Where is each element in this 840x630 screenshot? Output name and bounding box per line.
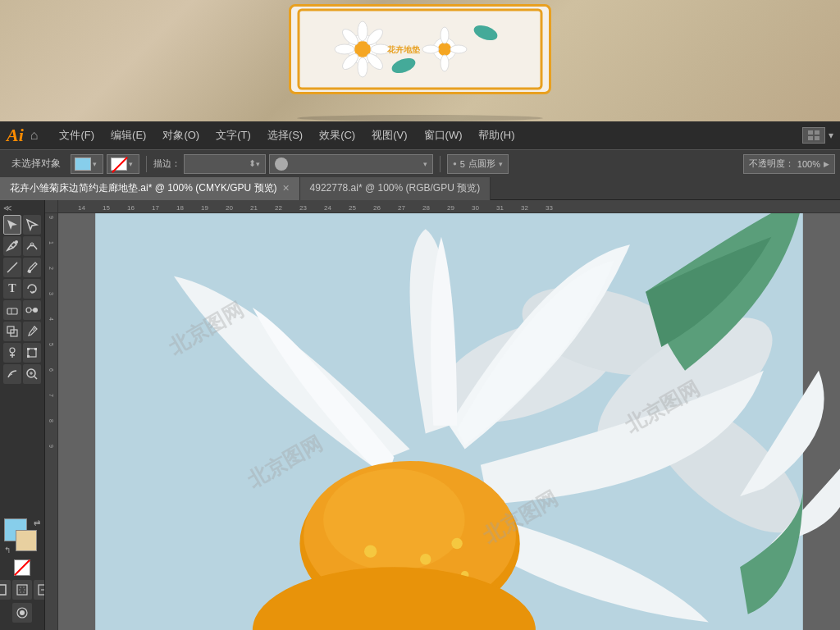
left-ruler: 9 1 2 3 4 5 6 7 8 9 — [45, 213, 58, 630]
blend-tool[interactable] — [23, 300, 41, 320]
eyedropper-tool[interactable] — [23, 322, 41, 341]
svg-point-33 — [10, 348, 15, 353]
svg-point-4 — [358, 21, 368, 41]
ruler-num-9 — [71, 212, 78, 212]
workspace-arrow[interactable]: ▾ — [829, 130, 833, 141]
svg-point-58 — [323, 469, 465, 572]
point-shape-arrow[interactable]: ▾ — [499, 160, 503, 168]
ruler-numbers: 14 15 16 17 18 19 20 21 22 23 24 25 26 2… — [58, 200, 570, 212]
menu-edit[interactable]: 编辑(E) — [103, 121, 154, 149]
tool-row-5 — [0, 299, 44, 321]
ruler-num-21: 21 — [250, 204, 275, 212]
rug-svg: 花卉地垫 — [297, 8, 543, 90]
paintbrush-tool[interactable] — [23, 258, 41, 277]
menu-window[interactable]: 窗口(W) — [416, 121, 471, 149]
curvature-tool[interactable] — [23, 236, 41, 256]
fill-swatch — [75, 158, 91, 171]
menu-help[interactable]: 帮助(H) — [470, 121, 523, 149]
stroke-dropdown[interactable]: ⬍ ▾ — [184, 154, 266, 174]
panel-collapse-arrow[interactable]: ≪ — [0, 203, 11, 212]
svg-point-62 — [451, 538, 462, 549]
pen-tool[interactable] — [3, 236, 21, 256]
screen-mode-btn[interactable] — [12, 603, 32, 623]
point-shape: 点圆形 — [468, 158, 495, 170]
svg-rect-38 — [34, 348, 37, 350]
draw-inside-btn[interactable] — [12, 580, 32, 600]
ruler-num-20: 20 — [226, 204, 250, 212]
canvas-content[interactable]: 北京图网 北京图网 北京图网 北京图网 — [58, 213, 840, 630]
reset-colors-icon[interactable]: ↰ — [4, 546, 11, 555]
ruler-num-14: 14 — [78, 204, 103, 212]
main-area: ≪ — [0, 200, 840, 630]
ruler-num-v-2: 2 — [47, 266, 56, 278]
tool-row-4: T — [0, 278, 44, 299]
draw-behind-btn[interactable] — [34, 580, 45, 600]
eraser-tool[interactable] — [3, 300, 21, 320]
stroke-label: 描边： — [153, 158, 180, 170]
type-icon: T — [8, 282, 16, 295]
draw-mode-row — [0, 579, 45, 600]
tool-row-1 — [0, 214, 44, 235]
shape-builder-tool[interactable] — [3, 322, 21, 341]
svg-point-21 — [15, 240, 18, 244]
stroke-swatch-control[interactable]: ▾ — [107, 154, 139, 174]
workspace-switcher[interactable] — [802, 127, 825, 144]
select-tool[interactable] — [3, 215, 21, 235]
stroke-swatch — [111, 158, 127, 171]
menu-effect[interactable]: 效果(C) — [311, 121, 363, 149]
menu-file[interactable]: 文件(F) — [51, 121, 103, 149]
svg-point-28 — [33, 308, 38, 313]
background-color-swatch[interactable] — [16, 530, 37, 551]
svg-point-27 — [26, 308, 31, 313]
tab-active[interactable]: 花卉小雏菊床边简约走廊地垫.ai* @ 100% (CMYK/GPU 预览) ✕ — [0, 177, 300, 200]
bottom-tools — [0, 579, 45, 627]
svg-point-6 — [335, 44, 354, 54]
screen-mode-row — [0, 602, 45, 623]
ruler-num-15: 15 — [103, 204, 127, 212]
svg-line-42 — [34, 377, 37, 379]
warp-tool[interactable] — [3, 364, 21, 384]
svg-point-14 — [441, 27, 449, 43]
ai-logo: Ai — [7, 125, 24, 146]
svg-rect-25 — [7, 308, 17, 314]
tab-active-close[interactable]: ✕ — [282, 183, 290, 194]
ruler-num-v-7: 7 — [47, 393, 56, 405]
line-tool[interactable] — [3, 258, 21, 277]
tab-secondary[interactable]: 4922778.ai* @ 100% (RGB/GPU 预览) — [300, 177, 491, 200]
ruler-num-v-3: 3 — [47, 291, 56, 304]
svg-text:花卉地垫: 花卉地垫 — [386, 45, 421, 54]
direct-select-tool[interactable] — [23, 215, 41, 235]
more-options-icon[interactable]: ▶ — [824, 160, 829, 168]
draw-normal-btn[interactable] — [0, 580, 11, 600]
ruler-num-26: 26 — [373, 204, 398, 212]
tool-row-7 — [0, 342, 44, 363]
none-color-btn[interactable] — [14, 559, 30, 576]
type-tool[interactable]: T — [3, 279, 21, 299]
free-transform-tool[interactable] — [23, 343, 41, 363]
ruler-num-v-8: 8 — [47, 418, 56, 431]
opacity-control: 不透明度： 100% ▶ — [743, 154, 835, 174]
svg-rect-45 — [0, 585, 6, 595]
ruler-num-31: 31 — [496, 204, 521, 212]
brush-dropdown-arrow: ▾ — [423, 160, 427, 168]
svg-point-50 — [20, 610, 25, 615]
brush-dot — [275, 158, 288, 171]
menu-view[interactable]: 视图(V) — [363, 121, 415, 149]
menu-type[interactable]: 文字(T) — [208, 121, 259, 149]
menu-object[interactable]: 对象(O) — [154, 121, 208, 149]
rotate-tool[interactable] — [23, 279, 41, 299]
brush-preset-dropdown[interactable]: ▾ — [269, 154, 433, 174]
rug-shadow — [297, 115, 543, 121]
tool-row-2 — [0, 235, 44, 257]
home-icon[interactable]: ⌂ — [30, 128, 39, 143]
none-stroke-row — [14, 559, 30, 576]
puppet-warp-tool[interactable] — [3, 343, 21, 363]
opacity-value: 100% — [797, 159, 820, 169]
zoom-tool[interactable] — [23, 364, 41, 384]
swap-colors-icon[interactable]: ⇄ — [34, 518, 40, 527]
artwork-svg: 北京图网 北京图网 北京图网 北京图网 — [58, 213, 840, 630]
menu-select[interactable]: 选择(S) — [259, 121, 311, 149]
fill-control[interactable]: ▾ — [71, 154, 103, 174]
ruler-num-22: 22 — [275, 204, 299, 212]
options-bar: 未选择对象 ▾ ▾ 描边： ⬍ ▾ ▾ ● 5 点圆形 ▾ 不透明度： 100% — [0, 149, 840, 177]
